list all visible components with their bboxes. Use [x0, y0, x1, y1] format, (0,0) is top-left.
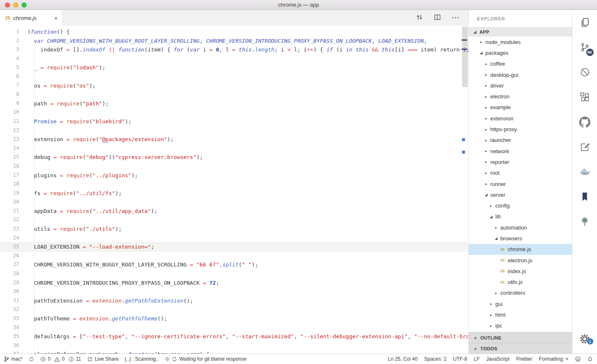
- code-line-28[interactable]: 28: [0, 269, 468, 278]
- tree-item-coffee[interactable]: ▸coffee: [469, 59, 572, 69]
- line-number[interactable]: 24: [0, 234, 19, 243]
- line-number[interactable]: 16: [0, 162, 19, 171]
- line-number[interactable]: 36: [0, 341, 19, 350]
- section-todos[interactable]: ▸ TODOS: [469, 343, 572, 354]
- line-number[interactable]: 5: [0, 63, 19, 72]
- line-number[interactable]: 28: [0, 269, 19, 278]
- code-line-36[interactable]: 36: [0, 341, 468, 350]
- tree-item-reporter[interactable]: ▸reporter: [469, 156, 572, 167]
- code-line-2[interactable]: 2 var CHROME_VERSIONS_WITH_BUGGY_ROOT_LA…: [0, 37, 468, 46]
- section-app[interactable]: ◢ APP: [469, 27, 572, 37]
- code-line-27[interactable]: 27 CHROME_VERSIONS_WITH_BUGGY_ROOT_LAYER…: [0, 260, 468, 269]
- code-line-7[interactable]: 7 os = require("os");: [0, 81, 468, 90]
- code-line-30[interactable]: 30: [0, 287, 468, 296]
- tree-item-electron[interactable]: ▸electron: [469, 91, 572, 102]
- line-number[interactable]: 21: [0, 207, 19, 216]
- tree-item-runner[interactable]: ▸runner: [469, 178, 572, 189]
- open-changes-button[interactable]: [416, 14, 423, 22]
- code-line-8[interactable]: 8: [0, 90, 468, 99]
- tree-item-driver[interactable]: ▸driver: [469, 80, 572, 91]
- line-number[interactable]: 37: [0, 350, 19, 354]
- source-control-activity-button[interactable]: 5K: [573, 35, 597, 60]
- line-number[interactable]: 17: [0, 171, 19, 180]
- edit-session-activity-button[interactable]: [573, 134, 597, 159]
- tree-item-node-modules[interactable]: ▸node_modules: [469, 37, 572, 47]
- code-line-24[interactable]: 24: [0, 234, 468, 243]
- line-number[interactable]: 25: [0, 242, 19, 252]
- tree-item-index-js[interactable]: JSindex.js: [469, 266, 572, 276]
- status-feedback[interactable]: [575, 356, 581, 362]
- code-line-35[interactable]: 35 defaultArgs = ["--test-type", "--igno…: [0, 332, 468, 341]
- tree-item-ipc[interactable]: ▸ipc: [469, 320, 572, 331]
- scrollbar-thumb[interactable]: [462, 27, 468, 87]
- code-line-3[interactable]: 3 indexOf = [].indexOf || function(item)…: [0, 45, 468, 54]
- tree-item-example[interactable]: ▸example: [469, 102, 572, 113]
- settings-button[interactable]: 1: [573, 326, 597, 351]
- tree-item-lib[interactable]: ◢lib: [469, 211, 572, 222]
- line-number[interactable]: 13: [0, 135, 19, 144]
- code-line-4[interactable]: 4: [0, 54, 468, 64]
- tree-item-network[interactable]: ▸network: [469, 146, 572, 156]
- pin-activity-button[interactable]: [573, 209, 597, 234]
- tree-item-root[interactable]: ▸root: [469, 168, 572, 178]
- line-number[interactable]: 15: [0, 153, 19, 162]
- line-number[interactable]: 34: [0, 323, 19, 332]
- tree-item-server[interactable]: ◢server: [469, 189, 572, 200]
- line-number[interactable]: 33: [0, 314, 19, 323]
- status-indentation[interactable]: Spaces: 2: [424, 356, 446, 362]
- tree-item-html[interactable]: ▸html: [469, 309, 572, 320]
- status-notifications[interactable]: [587, 356, 593, 362]
- code-line-5[interactable]: 5 _ = require("lodash");: [0, 63, 468, 72]
- line-number[interactable]: 3: [0, 45, 19, 54]
- code-line-15[interactable]: 15 debug = require("debug")("cypress:ser…: [0, 153, 468, 162]
- code-line-25[interactable]: 25 LOAD_EXTENSION = "--load-extension=";: [0, 242, 468, 252]
- line-number[interactable]: 6: [0, 72, 19, 81]
- status-diagnostics[interactable]: 0011: [40, 356, 81, 362]
- status-git-blame[interactable]: Waiting for git blame response: [165, 356, 247, 362]
- line-number[interactable]: 19: [0, 189, 19, 198]
- tree-item-https-proxy[interactable]: ▸https-proxy: [469, 124, 572, 134]
- line-number[interactable]: 30: [0, 287, 19, 296]
- tree-item-utils-js[interactable]: JSutils.js: [469, 277, 572, 288]
- code-line-34[interactable]: 34: [0, 323, 468, 332]
- status-sync[interactable]: [29, 357, 34, 362]
- code-line-16[interactable]: 16: [0, 162, 468, 171]
- tree-item-browsers[interactable]: ◢browsers: [469, 233, 572, 244]
- github-activity-button[interactable]: [573, 110, 597, 134]
- line-number[interactable]: 20: [0, 198, 19, 207]
- status-scanning[interactable]: {..} : Scanning..: [125, 356, 159, 362]
- status-live-share[interactable]: Live Share: [87, 356, 118, 362]
- code-line-9[interactable]: 9 path = require("path");: [0, 99, 468, 108]
- line-number[interactable]: 32: [0, 305, 19, 314]
- line-number[interactable]: 11: [0, 117, 19, 126]
- line-number[interactable]: 4: [0, 54, 19, 64]
- line-number[interactable]: 7: [0, 81, 19, 90]
- status-cursor-position[interactable]: Ln 25, Col 40: [388, 356, 417, 362]
- docker-activity-button[interactable]: [573, 159, 597, 184]
- line-number[interactable]: 8: [0, 90, 19, 99]
- line-number[interactable]: 2: [0, 37, 19, 46]
- code-line-21[interactable]: 21 appData = require("../util/app_data")…: [0, 207, 468, 216]
- code-line-32[interactable]: 32: [0, 305, 468, 314]
- zoom-button[interactable]: [22, 2, 27, 7]
- tree-item-automation[interactable]: ▸automation: [469, 222, 572, 233]
- tree-item-chrome-js[interactable]: JSchrome.js: [469, 244, 572, 255]
- section-outline[interactable]: ▸ OUTLINE: [469, 332, 572, 343]
- tree-item-desktop-gui[interactable]: ▸desktop-gui: [469, 69, 572, 80]
- minimize-button[interactable]: [13, 2, 18, 7]
- split-editor-button[interactable]: [434, 14, 441, 22]
- code-line-22[interactable]: 22: [0, 215, 468, 225]
- extensions-activity-button[interactable]: [573, 85, 597, 110]
- code-line-6[interactable]: 6: [0, 72, 468, 81]
- code-line-26[interactable]: 26: [0, 252, 468, 261]
- tree-item-controllers[interactable]: ▸controllers: [469, 288, 572, 298]
- tree-item-gui[interactable]: ▸gui: [469, 298, 572, 309]
- status-formatting[interactable]: Formatting: ×: [539, 356, 568, 362]
- tree-item-config[interactable]: ▸config: [469, 200, 572, 211]
- code-line-20[interactable]: 20: [0, 198, 468, 207]
- tab-chrome-js[interactable]: JS chrome.js ×: [0, 10, 62, 26]
- code-line-37[interactable]: 37 pluginsBeforeBrowserLaunch = function…: [0, 350, 468, 354]
- tree-item-launcher[interactable]: ▸launcher: [469, 135, 572, 146]
- line-number[interactable]: 10: [0, 108, 19, 117]
- code-line-23[interactable]: 23 utils = require("./utils");: [0, 225, 468, 234]
